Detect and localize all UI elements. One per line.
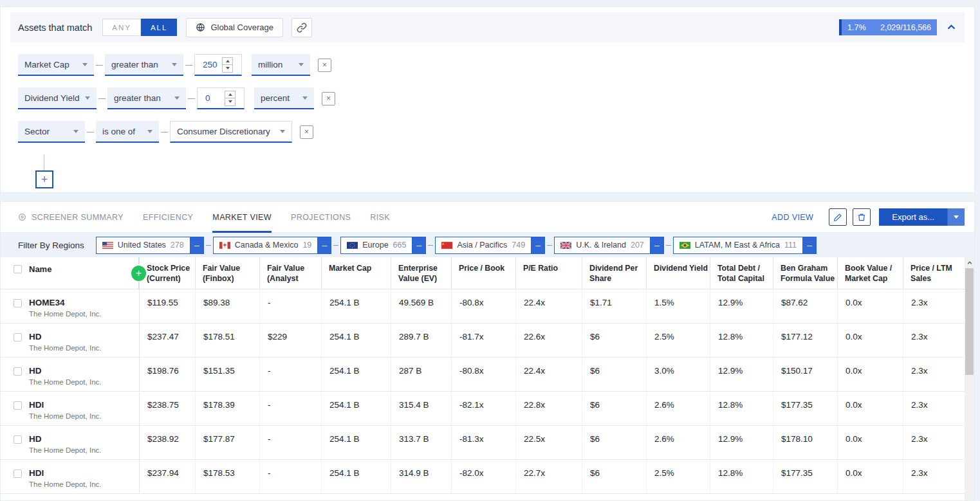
row-ticker[interactable]: HD <box>29 434 102 444</box>
remove-region-button[interactable]: – <box>317 237 331 254</box>
filter-field-select[interactable]: Market Cap <box>18 54 94 76</box>
row-checkbox[interactable] <box>14 299 22 307</box>
column-header[interactable]: Enterprise Value (EV) <box>391 257 451 289</box>
tab-efficiency[interactable]: EFFICIENCY <box>143 202 193 233</box>
number-stepper[interactable] <box>222 57 233 73</box>
region-chip-asia-pacifics[interactable]: Asia / Pacifics 749 – <box>435 237 545 254</box>
select-all-checkbox[interactable] <box>14 265 22 273</box>
column-header[interactable]: Ben Graham Formula Value <box>773 257 837 289</box>
delete-view-button[interactable] <box>853 208 871 226</box>
tab-market-view[interactable]: MARKET VIEW <box>212 202 272 233</box>
stepper-up-icon[interactable] <box>226 60 230 62</box>
table-row: HD The Home Depot, Inc. $198.76$151.35-2… <box>1 358 974 392</box>
match-all-button[interactable]: ALL <box>141 19 177 36</box>
remove-region-button[interactable]: – <box>412 237 426 254</box>
region-chip-uk-ireland[interactable]: U.K. & Ireland 207 – <box>554 237 664 254</box>
table-cell: 2.6% <box>646 392 710 425</box>
column-header[interactable]: Stock Price (Current) <box>139 257 195 289</box>
export-dropdown-button[interactable] <box>947 208 965 226</box>
export-label[interactable]: Export as... <box>879 208 947 226</box>
tab-screener-summary[interactable]: SCREENER SUMMARY <box>18 202 124 233</box>
filter-value-select[interactable]: Consumer Discretionary <box>170 121 292 143</box>
copy-link-button[interactable] <box>291 18 312 37</box>
filter-field-select[interactable]: Sector <box>18 121 85 143</box>
row-ticker[interactable]: HOME34 <box>29 298 102 307</box>
column-header[interactable]: P/E Ratio <box>515 257 582 289</box>
row-ticker[interactable]: HDI <box>29 400 102 410</box>
column-header[interactable]: Price / LTM Sales <box>903 257 961 289</box>
filter-value-input[interactable] <box>205 93 225 103</box>
table-cell: $237.94 <box>139 460 195 493</box>
row-checkbox[interactable] <box>14 333 22 342</box>
filter-field-value: Market Cap <box>24 60 69 69</box>
filter-operator-select[interactable]: greater than <box>105 54 183 76</box>
table-cell: $1.71 <box>582 289 646 323</box>
remove-region-button[interactable]: – <box>190 237 204 254</box>
table-cell: 2.3x <box>903 426 961 459</box>
column-header[interactable]: Dividend Per Share <box>582 257 646 289</box>
region-chip-latam-meast-africa[interactable]: LATAM, M East & Africa 111 – <box>673 237 817 254</box>
add-filter-button[interactable]: + <box>35 170 53 188</box>
row-company: The Home Depot, Inc. <box>29 412 102 420</box>
region-chip-united-states[interactable]: United States 278 – <box>96 237 204 254</box>
remove-filter-button[interactable]: × <box>300 125 313 139</box>
row-checkbox[interactable] <box>14 401 22 410</box>
filter-operator-select[interactable]: greater than <box>107 87 186 109</box>
remove-region-button[interactable]: – <box>802 237 817 254</box>
column-header[interactable]: Market Cap <box>321 257 391 289</box>
number-stepper[interactable] <box>225 91 236 106</box>
remove-region-button[interactable]: – <box>650 237 664 254</box>
table-row: HD The Home Depot, Inc. $237.47$178.51$2… <box>1 323 974 358</box>
column-header[interactable]: Book Value / Market Cap <box>837 257 903 289</box>
table-cell: $177.12 <box>773 323 837 357</box>
globe-icon <box>196 23 205 32</box>
filter-field-select[interactable]: Dividend Yield <box>18 87 97 109</box>
export-button[interactable]: Export as... <box>879 208 965 226</box>
filter-operator-select[interactable]: is one of <box>96 121 159 143</box>
column-header[interactable]: Fair Value (Finbox) <box>195 257 259 289</box>
match-any-button[interactable]: ANY <box>102 19 141 36</box>
tab-risk[interactable]: RISK <box>370 202 390 233</box>
vertical-scrollbar[interactable] <box>965 257 974 501</box>
column-header[interactable]: Price / Book <box>451 257 515 289</box>
row-ticker[interactable]: HD <box>29 366 102 376</box>
filter-value-input[interactable] <box>203 60 222 69</box>
remove-filter-button[interactable]: × <box>318 59 331 72</box>
filter-unit-select[interactable]: million <box>252 54 310 76</box>
region-chip-canada-mexico[interactable]: Canada & Mexico 19 – <box>213 237 332 254</box>
scroll-up-button[interactable] <box>965 257 974 268</box>
stepper-up-icon[interactable] <box>228 93 232 96</box>
chevron-down-icon <box>299 63 304 66</box>
stepper-down-icon[interactable] <box>226 67 230 69</box>
collapse-panel-button[interactable] <box>946 22 957 33</box>
stepper-down-icon[interactable] <box>228 100 232 103</box>
column-header[interactable]: Total Debt / Total Capital <box>710 257 773 289</box>
edit-view-button[interactable] <box>829 208 847 226</box>
global-coverage-button[interactable]: Global Coverage <box>186 18 283 37</box>
add-view-button[interactable]: ADD VIEW <box>772 213 813 222</box>
add-column-button[interactable]: + <box>130 264 147 282</box>
table-cell: 254.1 B <box>321 426 391 459</box>
row-ticker[interactable]: HD <box>29 332 102 342</box>
row-ticker[interactable]: HDI <box>29 468 102 478</box>
table-cell: - <box>259 358 321 391</box>
table-cell: $238.92 <box>139 426 195 459</box>
region-chip-europe[interactable]: Europe 665 – <box>340 237 426 254</box>
table-row: HD The Home Depot, Inc. $238.92$177.87-2… <box>1 426 974 460</box>
row-checkbox[interactable] <box>14 435 22 444</box>
column-header[interactable]: Fair Value (Analyst <box>259 257 321 289</box>
tab-projections[interactable]: PROJECTIONS <box>291 202 351 233</box>
name-cell: HDI The Home Depot, Inc. <box>1 460 139 493</box>
table-cell: 2.3x <box>903 460 961 493</box>
remove-region-button[interactable]: – <box>531 237 545 254</box>
remove-filter-button[interactable]: × <box>322 92 335 105</box>
connector-dash <box>333 245 338 246</box>
table-cell: 22.6x <box>515 323 582 357</box>
filter-row-sector: Sector is one of Consumer Discretionary … <box>18 121 974 143</box>
row-checkbox[interactable] <box>14 469 22 478</box>
column-header[interactable]: Dividend Yield <box>646 257 710 289</box>
scrollbar-thumb[interactable] <box>965 268 974 375</box>
filter-unit-select[interactable]: percent <box>254 87 314 109</box>
row-checkbox[interactable] <box>14 367 22 376</box>
query-builder-panel: Assets that match ANY ALL Global Coverag… <box>0 6 975 193</box>
